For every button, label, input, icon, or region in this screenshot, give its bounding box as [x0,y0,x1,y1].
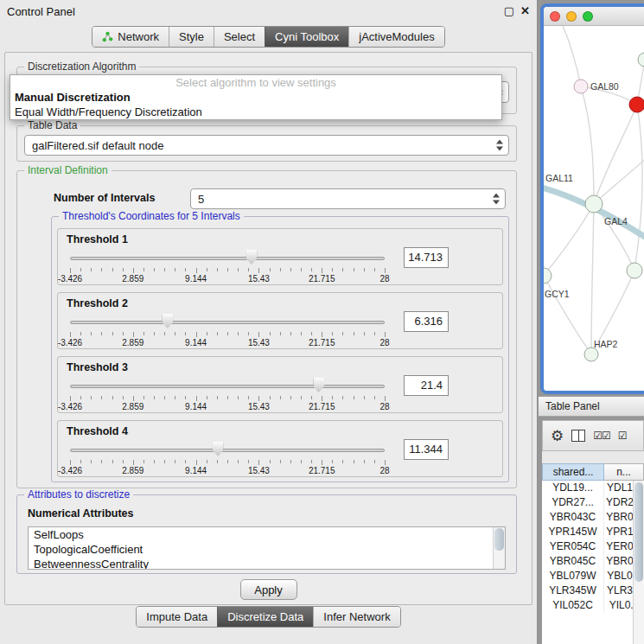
table-cell: YPR145W [542,525,604,539]
column-header[interactable]: shared... [542,463,604,481]
network-edge [544,204,594,276]
slider-thumb[interactable] [313,378,324,392]
list-item[interactable]: TopologicalCoefficient [29,542,505,557]
table-row[interactable]: YDR27...YDR2... [542,495,644,510]
table-row[interactable]: YBL079WYBL0... [542,569,644,583]
network-node-selected[interactable] [629,97,644,112]
tick-mark [185,396,186,399]
scale-label: 9.144 [185,402,207,411]
slider-thumb[interactable] [162,314,173,328]
dropdown-option-manual-discretization[interactable]: Manual Discretization [10,90,501,105]
slider-track[interactable] [70,385,385,388]
network-node[interactable] [544,268,552,284]
network-node[interactable] [584,348,598,361]
threshold-value-field[interactable]: 21.4 [404,375,449,396]
table-row[interactable]: YBR043CYBR0... [542,510,644,525]
tab-infer-network[interactable]: Infer Network [313,607,399,627]
tick-mark [238,268,239,271]
list-item[interactable]: SelfLoops [29,527,505,542]
scale-label: -3.426 [58,466,82,475]
slider-thumb[interactable] [213,442,224,456]
table-cell: YBR043C [542,510,604,525]
network-canvas[interactable]: GAL80GAL11GAL4GCY1HAP2 [544,26,644,391]
table-body: YDL19...YDL1...YDR27...YDR2...YBR043CYBR… [542,481,644,644]
tab-cyni-toolbox[interactable]: Cyni Toolbox [265,27,348,47]
threshold-slider[interactable] [70,316,385,330]
table-row[interactable]: YPR145WYPR1... [542,525,644,539]
slider-track[interactable] [70,257,385,260]
gear-icon[interactable]: ⚙ [551,429,564,443]
tab-style[interactable]: Style [169,27,214,47]
threshold-panel: Threshold 2 -3.4262.8599.14415.4321.7152… [57,292,503,349]
network-edge [634,105,642,271]
tab-select[interactable]: Select [214,27,265,47]
threshold-value-field[interactable]: 11.344 [404,439,449,460]
interval-definition-title: Interval Definition [24,164,112,177]
table-data-select[interactable]: galFiltered.sif default node [24,135,509,156]
scrollbar-thumb[interactable] [494,528,504,551]
column-header[interactable]: n... [604,463,644,481]
list-scrollbar[interactable] [493,527,505,569]
scale-label: 2.859 [122,338,143,348]
tick-mark [290,268,291,271]
threshold-slider[interactable] [70,379,385,394]
network-window-titlebar [544,7,644,26]
table-row[interactable]: YER054CYER0... [542,539,644,554]
scrollbar-thumb[interactable] [634,482,643,582]
slider-thumb[interactable] [246,250,258,265]
tick-mark [342,396,343,399]
threshold-slider[interactable] [70,252,385,266]
tick-mark [374,460,375,463]
table-row[interactable]: YBR045CYBR0... [542,554,644,569]
threshold-value-field[interactable]: 14.713 [404,247,449,268]
tick-mark [154,268,155,271]
number-of-intervals-select[interactable]: 5 [190,188,506,209]
table-row[interactable]: YLR345WYLR3... [542,583,644,598]
network-node[interactable] [585,195,603,213]
scale-label: 15.43 [248,274,270,284]
threshold-slider[interactable] [70,443,385,458]
tick-mark [123,396,124,399]
network-node[interactable] [627,263,642,278]
tick-mark [143,396,144,399]
numerical-attributes-list[interactable]: SelfLoopsTopologicalCoefficientBetweenne… [28,526,506,570]
select-all-checkbox-icon[interactable]: ☑☑ [593,430,610,442]
slider-track[interactable] [70,321,385,324]
scale-label: -3.426 [58,338,82,348]
dropdown-option-equal-width-frequency[interactable]: Equal Width/Frequency Discretization [10,105,501,119]
zoom-traffic-light-icon[interactable] [583,11,593,22]
dropdown-header: Select algorithm to view settings [10,75,501,90]
checkbox-icon[interactable]: ☑ [618,430,627,442]
list-item[interactable]: BetweennessCentrality [29,557,505,570]
float-window-icon[interactable]: ▢ [504,4,514,17]
tab-jactivemodules[interactable]: jActiveModules [348,27,443,47]
threshold-label: Threshold 4 [67,425,128,437]
threshold-value-field[interactable]: 6.316 [404,311,449,332]
apply-button[interactable]: Apply [240,579,297,600]
tick-mark [164,396,165,399]
table-row[interactable]: YDL19...YDL1... [542,481,644,495]
tab-impute-data[interactable]: Impute Data [137,607,217,627]
table-scrollbar[interactable] [633,481,644,644]
network-node[interactable] [638,53,644,67]
combo-spinner-icon [496,140,504,151]
tick-mark [238,332,239,335]
table-row[interactable]: YIL052CYIL0... [542,598,644,613]
tab-discretize-data[interactable]: Discretize Data [217,607,313,627]
tick-mark [248,396,249,399]
tick-mark [227,268,228,271]
slider-scale: -3.4262.8599.14415.4321.71528 [70,401,385,411]
columns-icon[interactable] [571,430,585,442]
bottom-tabbar: Impute DataDiscretize DataInfer Network [0,606,537,628]
slider-track[interactable] [70,449,385,452]
tab-network[interactable]: Network [92,27,169,47]
minimize-traffic-light-icon[interactable] [566,11,577,22]
close-traffic-light-icon[interactable] [550,11,560,22]
scale-label: 28 [379,402,389,411]
tick-mark [332,460,333,463]
network-node[interactable] [574,80,588,93]
tick-mark [154,460,155,463]
tick-mark [342,460,343,463]
close-panel-icon[interactable]: ✕ [520,4,530,17]
tick-mark [217,396,218,399]
